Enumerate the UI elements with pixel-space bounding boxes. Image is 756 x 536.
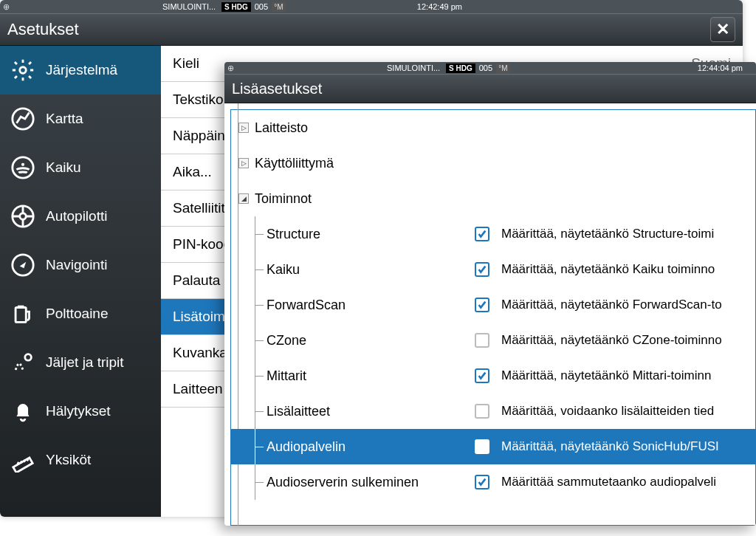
tree-child[interactable]: MittaritMäärittää, näytetäänkö Mittari-t… — [231, 358, 755, 394]
bell-icon — [10, 399, 35, 424]
expand-icon[interactable]: ▷ — [238, 158, 249, 168]
front-title: Lisäasetukset — [232, 80, 322, 97]
tree-child-desc: Määrittää sammutetaanko audiopalveli — [501, 475, 716, 489]
sidebar-item-gear[interactable]: Järjestelmä — [0, 46, 161, 95]
checkbox-checked[interactable] — [475, 262, 489, 277]
ruler-icon — [10, 447, 35, 473]
svg-point-3 — [21, 163, 24, 166]
checkbox-unchecked[interactable] — [475, 333, 489, 348]
tree-child-desc: Määrittää, näytetäänkö ForwardScan-to — [501, 298, 722, 312]
front-titlebar: Lisäasetukset — [224, 74, 756, 103]
globe-icon: ⊕ — [3, 2, 10, 12]
checkbox-unchecked[interactable] — [475, 404, 489, 419]
sidebar-item-compass[interactable]: Navigointi — [0, 241, 161, 289]
settings-row-label: Tekstikok — [173, 92, 230, 108]
globe-icon: ⊕ — [227, 63, 234, 73]
tree-child-desc: Määrittää, näytetäänkö Kaiku toiminno — [501, 262, 715, 277]
tree-child[interactable]: ForwardScanMäärittää, näytetäänkö Forwar… — [231, 287, 755, 323]
tree-child-label: Structure — [267, 227, 320, 242]
sidebar-item-label: Autopilotti — [46, 208, 107, 224]
chart-icon — [10, 106, 35, 131]
wheel-icon — [10, 204, 35, 229]
checkbox-checked[interactable] — [475, 298, 489, 312]
checkbox-checked[interactable] — [475, 475, 489, 489]
checkbox-unchecked[interactable] — [475, 439, 489, 454]
tree-child-label: Audioserverin sulkeminen — [267, 475, 419, 490]
tree-child[interactable]: CZoneMäärittää, näytetäänkö CZone-toimin… — [231, 323, 755, 358]
tree-node-label: Toiminnot — [255, 191, 312, 207]
sidebar-item-tracks[interactable]: Jäljet ja tripit — [0, 338, 161, 387]
svg-point-0 — [20, 67, 27, 74]
back-titlebar: Asetukset ✕ — [0, 13, 743, 46]
tree-child-desc: Määrittää, näytetäänkö Structure-toimi — [501, 227, 714, 241]
back-title: Asetukset — [7, 20, 79, 39]
sidebar-item-sonar[interactable]: Kaiku — [0, 143, 161, 192]
compass-icon — [10, 252, 35, 278]
settings-row-label: Aika... — [173, 164, 212, 180]
tree-child[interactable]: LisälaitteetMäärittää, voidaanko lisälai… — [231, 394, 755, 429]
expand-icon[interactable]: ◢ — [238, 193, 249, 204]
checkbox-checked[interactable] — [475, 227, 489, 241]
tree-node[interactable]: ▷Laitteisto — [231, 110, 755, 145]
tree-child-label: Kaiku — [267, 262, 300, 278]
sidebar-item-label: Hälytykset — [46, 403, 111, 419]
tree-child[interactable]: StructureMäärittää, näytetäänkö Structur… — [231, 216, 755, 252]
sidebar-item-wheel[interactable]: Autopilotti — [0, 192, 161, 241]
svg-rect-9 — [13, 458, 32, 473]
tree-node[interactable]: ▷Käyttöliittymä — [231, 145, 755, 181]
fuel-icon — [10, 301, 35, 326]
tree-child[interactable]: KaikuMäärittää, näytetäänkö Kaiku toimin… — [231, 252, 755, 287]
sidebar-item-ruler[interactable]: Yksiköt — [0, 436, 161, 484]
heading-indicator: S HDG 005 °M — [446, 63, 510, 72]
clock: 12:44:04 pm — [698, 63, 743, 72]
sidebar-item-chart[interactable]: Kartta — [0, 95, 161, 143]
sidebar-item-label: Yksiköt — [46, 452, 91, 468]
sidebar-item-bell[interactable]: Hälytykset — [0, 387, 161, 436]
settings-row-label: Palauta o — [173, 272, 232, 289]
tree-child-desc: Määrittää, voidaanko lisälaitteiden tied — [501, 404, 714, 419]
svg-rect-7 — [16, 308, 26, 323]
tree-node-label: Käyttöliittymä — [255, 156, 334, 171]
heading-indicator: S HDG 005 °M — [221, 2, 286, 11]
clock: 12:42:49 pm — [417, 2, 462, 11]
tree-child-label: Audiopalvelin — [267, 439, 346, 455]
sim-indicator: SIMULOINTI... — [387, 63, 440, 72]
advanced-window: ⊕ SIMULOINTI... S HDG 005 °M 12:44:04 pm… — [224, 62, 756, 526]
expand-icon[interactable]: ▷ — [238, 123, 249, 133]
tree-child-desc: Määrittää, näytetäänkö CZone-toiminno — [501, 333, 722, 348]
sidebar-item-label: Kartta — [46, 111, 83, 127]
sidebar-item-label: Navigointi — [46, 257, 107, 273]
tree-child-label: Mittarit — [267, 368, 306, 384]
sidebar-item-label: Järjestelmä — [46, 62, 117, 78]
settings-row-label: Lisätoimi — [173, 309, 228, 325]
front-statusbar: ⊕ SIMULOINTI... S HDG 005 °M 12:44:04 pm — [224, 62, 756, 74]
advanced-tree: ▷Laitteisto▷Käyttöliittymä◢ToiminnotStru… — [230, 109, 756, 526]
svg-point-8 — [25, 354, 32, 361]
tree-child[interactable]: Audioserverin sulkeminenMäärittää sammut… — [231, 464, 755, 500]
sonar-icon — [10, 155, 35, 180]
tree-child[interactable]: AudiopalvelinMäärittää, näytetäänkö Soni… — [231, 429, 755, 464]
tree-child-label: Lisälaitteet — [267, 404, 330, 419]
checkbox-checked[interactable] — [475, 368, 489, 383]
tree-child-desc: Määrittää, näytetäänkö Mittari-toiminn — [501, 368, 711, 383]
gear-icon — [10, 58, 35, 83]
close-button[interactable]: ✕ — [710, 17, 735, 42]
sim-indicator: SIMULOINTI... — [162, 2, 216, 11]
tree-child-desc: Määrittää, näytetäänkö SonicHub/FUSI — [501, 439, 719, 454]
tree-child-label: ForwardScan — [267, 298, 346, 313]
sidebar-item-fuel[interactable]: Polttoaine — [0, 289, 161, 338]
sidebar-item-label: Polttoaine — [46, 306, 109, 322]
tracks-icon — [10, 350, 35, 375]
back-statusbar: ⊕ SIMULOINTI... S HDG 005 °M 12:42:49 pm — [0, 0, 743, 13]
tree-child-label: CZone — [267, 333, 306, 348]
tree-node[interactable]: ◢Toiminnot — [231, 181, 755, 216]
settings-row-label: Kieli — [173, 55, 199, 72]
svg-point-5 — [20, 213, 27, 220]
tree-node-label: Laitteisto — [255, 120, 308, 136]
sidebar: JärjestelmäKarttaKaikuAutopilottiNavigoi… — [0, 46, 161, 517]
close-icon: ✕ — [716, 20, 729, 39]
settings-row-label: Satelliitit — [173, 200, 225, 216]
settings-row-label: Laitteen t — [173, 381, 230, 397]
sidebar-item-label: Kaiku — [46, 159, 81, 176]
sidebar-item-label: Jäljet ja tripit — [46, 354, 124, 371]
